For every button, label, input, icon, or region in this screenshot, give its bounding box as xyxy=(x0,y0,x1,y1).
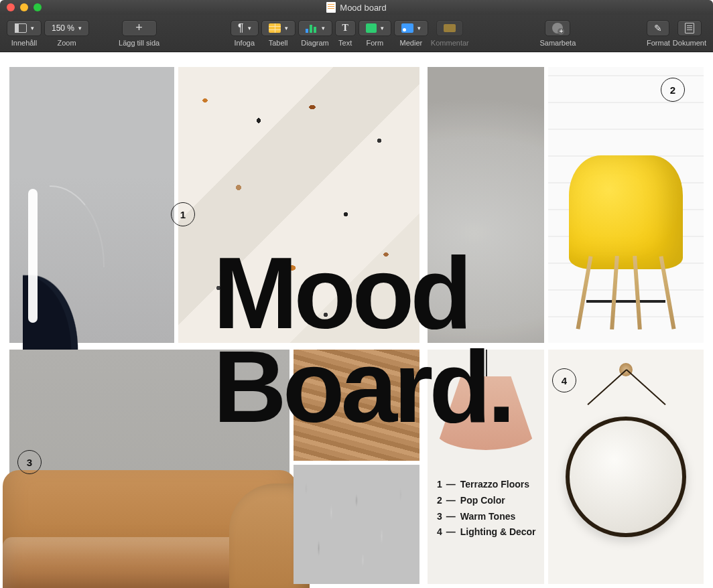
image-lamp-legend[interactable]: 1—Terrazzo Floors 2—Pop Color 3—Warm Ton… xyxy=(428,350,544,584)
insert-label: Infoga xyxy=(234,39,255,47)
callout-4[interactable]: 4 xyxy=(552,368,576,392)
chart-icon xyxy=(306,23,318,33)
image-fur[interactable] xyxy=(294,465,419,584)
media-icon xyxy=(401,23,413,33)
window-title-text: Mood board xyxy=(340,3,386,13)
text-label: Text xyxy=(338,39,352,47)
media-label: Medier xyxy=(400,39,423,47)
shape-label: Form xyxy=(367,39,384,47)
legend-row: 4—Lighting & Decor xyxy=(437,524,539,540)
close-icon[interactable] xyxy=(7,3,15,11)
chart-label: Diagram xyxy=(301,39,329,47)
maximize-icon[interactable] xyxy=(34,3,42,11)
comment-icon xyxy=(444,24,456,32)
collaborate-icon xyxy=(552,23,563,33)
legend-list: 1—Terrazzo Floors 2—Pop Color 3—Warm Ton… xyxy=(437,477,539,540)
table-label: Tabell xyxy=(269,39,288,47)
callout-1[interactable]: 1 xyxy=(171,202,195,226)
view-icon xyxy=(15,23,27,33)
legend-row: 1—Terrazzo Floors xyxy=(437,477,539,493)
table-button[interactable]: ▾ Tabell xyxy=(261,20,296,47)
image-sofa[interactable] xyxy=(9,350,289,584)
chart-button[interactable]: ▾ Diagram xyxy=(298,20,332,47)
format-label: Format xyxy=(647,39,670,47)
shape-button[interactable]: ▾ Form xyxy=(359,20,391,47)
plus-icon: + xyxy=(135,21,143,35)
legend-row: 3—Warm Tones xyxy=(437,509,539,525)
legend-row: 2—Pop Color xyxy=(437,493,539,509)
image-yellow-chair[interactable] xyxy=(548,67,704,343)
document-button[interactable]: Dokument xyxy=(673,20,706,47)
toolbar: ▾ Innehåll 150 %▾ Zoom + Lägg till sida … xyxy=(0,15,713,52)
image-concrete[interactable] xyxy=(428,67,544,343)
image-terrazzo[interactable] xyxy=(178,67,419,343)
add-page-label: Lägg till sida xyxy=(119,39,159,47)
document-panel-icon xyxy=(685,23,694,33)
media-button[interactable]: ▾ Medier xyxy=(394,20,428,47)
document-icon xyxy=(326,2,336,13)
comment-label: Kommentar xyxy=(431,39,469,47)
text-icon: T xyxy=(342,23,348,33)
add-page-button[interactable]: + Lägg till sida xyxy=(119,20,159,47)
image-dark-chair[interactable] xyxy=(9,67,174,343)
callout-3[interactable]: 3 xyxy=(17,450,42,474)
zoom-select[interactable]: 150 %▾ Zoom xyxy=(44,20,89,47)
collaborate-label: Samarbeta xyxy=(539,39,576,47)
view-button[interactable]: ▾ Innehåll xyxy=(7,20,42,47)
view-label: Innehåll xyxy=(11,39,38,47)
zoom-value: 150 % xyxy=(52,23,74,33)
document-label: Dokument xyxy=(673,39,706,47)
collaborate-button[interactable]: Samarbeta xyxy=(539,20,576,47)
window-titlebar: Mood board xyxy=(0,0,713,15)
minimize-icon[interactable] xyxy=(20,3,28,11)
insert-button[interactable]: ¶▾ Infoga xyxy=(231,20,259,47)
format-icon: ✎ xyxy=(654,23,662,33)
window-title: Mood board xyxy=(0,2,713,13)
document-canvas[interactable]: 1—Terrazzo Floors 2—Pop Color 3—Warm Ton… xyxy=(0,52,713,588)
image-wood[interactable] xyxy=(294,350,419,461)
paragraph-icon: ¶ xyxy=(238,22,244,34)
window-controls xyxy=(0,3,42,11)
callout-2[interactable]: 2 xyxy=(661,78,685,102)
text-button[interactable]: T Text xyxy=(335,20,356,47)
table-icon xyxy=(269,23,281,33)
comment-button[interactable]: Kommentar xyxy=(431,20,469,47)
zoom-label: Zoom xyxy=(57,39,76,47)
shape-icon xyxy=(366,23,377,33)
format-button[interactable]: ✎ Format xyxy=(647,20,670,47)
